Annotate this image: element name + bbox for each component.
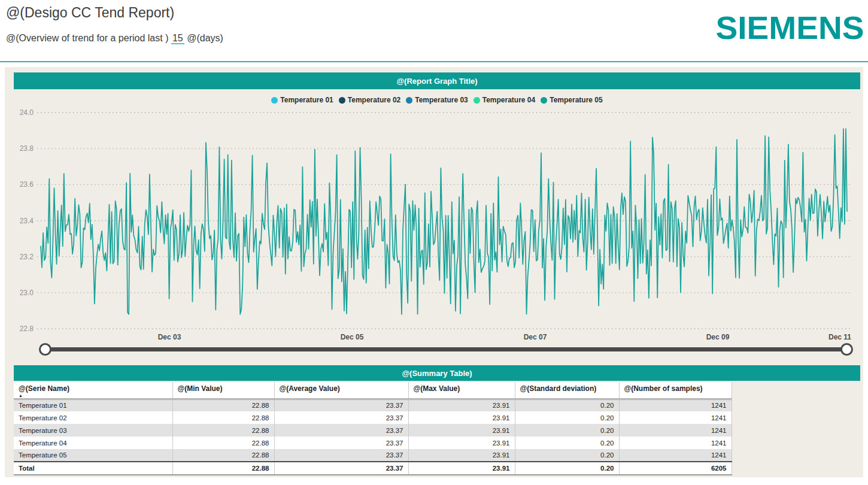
slider-handle-right[interactable]	[840, 343, 853, 356]
total-cell-name: Total	[14, 462, 172, 475]
summary-table: @(Serie Name)▲@(Min Value)@(Average Valu…	[14, 382, 732, 475]
trend-chart: 24.023.823.623.423.223.022.8Dec 03Dec 05…	[14, 90, 860, 344]
column-header-min[interactable]: @(Min Value)	[172, 382, 274, 399]
subtitle-prefix: @(Overview of trend for a period last )	[6, 33, 168, 43]
cell-std: 0.20	[515, 424, 619, 436]
subtitle-suffix: @(days)	[187, 33, 223, 43]
table-row: Temperature 0422.8823.3723.910.201241	[14, 436, 732, 449]
cell-min: 22.88	[172, 436, 274, 449]
cell-std: 0.20	[515, 411, 619, 424]
column-header-max[interactable]: @(Max Value)	[408, 382, 515, 399]
cell-max: 23.91	[408, 436, 515, 449]
report-subtitle: @(Overview of trend for a period last ) …	[6, 33, 223, 44]
cell-avg: 23.37	[274, 399, 408, 411]
table-row: Temperature 0522.8823.3723.910.201241	[14, 449, 732, 462]
summary-table-body: Temperature 0122.8823.3723.910.201241Tem…	[14, 399, 732, 462]
cell-name: Temperature 02	[14, 411, 172, 424]
cell-samples: 1241	[619, 411, 732, 424]
graph-panel-title: @(Report Graph Title)	[396, 77, 477, 86]
report-title: @(Desigo CC Tend Report)	[6, 5, 174, 21]
y-axis-tick-label: 22.8	[20, 325, 34, 333]
content-container: @(Report Graph Title) Temperature 01Temp…	[5, 67, 863, 477]
cell-max: 23.91	[408, 411, 515, 424]
cell-min: 22.88	[172, 411, 274, 424]
cell-name: Temperature 05	[14, 449, 172, 462]
cell-avg: 23.37	[274, 411, 408, 424]
cell-min: 22.88	[172, 424, 274, 436]
summary-panel-title: @(Summary Table)	[402, 369, 472, 378]
cell-std: 0.20	[515, 436, 619, 449]
table-row: Temperature 0322.8823.3723.910.201241	[14, 424, 732, 436]
cell-avg: 23.37	[274, 436, 408, 449]
cell-min: 22.88	[172, 449, 274, 462]
y-axis-tick-label: 23.4	[20, 217, 34, 225]
cell-max: 23.91	[408, 449, 515, 462]
total-cell-max: 23.91	[408, 462, 515, 475]
cell-avg: 23.37	[274, 449, 408, 462]
cell-avg: 23.37	[274, 424, 408, 436]
cell-std: 0.20	[515, 449, 619, 462]
y-axis-tick-label: 24.0	[20, 108, 34, 117]
cell-max: 23.91	[408, 399, 515, 411]
summary-table-head: @(Serie Name)▲@(Min Value)@(Average Valu…	[14, 382, 732, 399]
total-cell-min: 22.88	[172, 462, 274, 475]
slider-handle-left[interactable]	[39, 343, 51, 356]
page-header: @(Desigo CC Tend Report) @(Overview of t…	[0, 0, 868, 61]
period-days-value[interactable]: 15	[171, 33, 184, 44]
cell-max: 23.91	[408, 424, 515, 436]
cell-name: Temperature 03	[14, 424, 172, 436]
cell-name: Temperature 01	[14, 399, 172, 411]
total-cell-avg: 23.37	[274, 462, 408, 475]
column-header-std[interactable]: @(Standard deviation)	[515, 382, 619, 399]
slider-track[interactable]	[45, 347, 847, 351]
y-axis-tick-label: 23.2	[20, 253, 34, 261]
cell-samples: 1241	[619, 436, 732, 449]
table-row: Temperature 0222.8823.3723.910.201241	[14, 411, 732, 424]
cell-samples: 1241	[619, 424, 732, 436]
summary-table-foot: Total22.8823.3723.910.206205	[14, 462, 732, 475]
column-header-avg[interactable]: @(Average Value)	[274, 382, 408, 399]
cell-samples: 1241	[619, 399, 732, 411]
y-axis-tick-label: 23.8	[20, 144, 34, 153]
column-header-name[interactable]: @(Serie Name)▲	[14, 382, 172, 399]
y-axis-tick-label: 23.6	[20, 180, 34, 189]
time-range-slider	[5, 340, 863, 360]
graph-panel-header: @(Report Graph Title)	[14, 72, 860, 90]
cell-std: 0.20	[515, 399, 619, 411]
cell-samples: 1241	[619, 449, 732, 462]
cell-min: 22.88	[172, 399, 274, 411]
trend-line	[41, 129, 847, 314]
siemens-logo: SIEMENS	[716, 10, 864, 46]
total-cell-samples: 6205	[619, 462, 732, 475]
header-divider	[0, 61, 868, 62]
total-cell-std: 0.20	[515, 462, 619, 475]
sort-ascending-icon: ▲	[19, 393, 169, 398]
cell-name: Temperature 04	[14, 436, 172, 449]
summary-panel-header: @(Summary Table)	[14, 365, 860, 381]
column-header-samples[interactable]: @(Number of samples)	[619, 382, 732, 399]
table-row: Temperature 0122.8823.3723.910.201241	[14, 399, 732, 411]
y-axis-tick-label: 23.0	[20, 289, 34, 297]
